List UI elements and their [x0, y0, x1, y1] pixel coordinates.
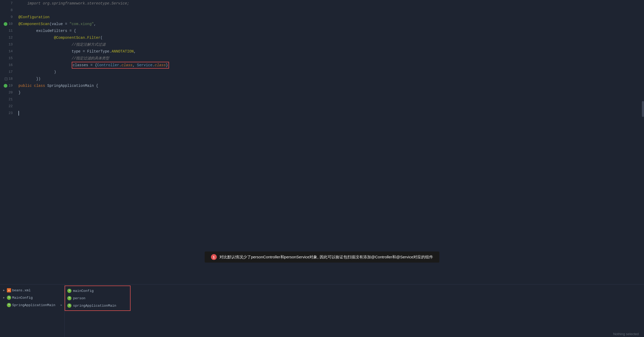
code-line-22	[18, 103, 644, 110]
value-string: "com.xiong"	[69, 21, 94, 27]
line-num-12: 12	[0, 34, 13, 41]
status-text: Nothing selected	[613, 332, 639, 336]
at-componentscan: @ComponentScan	[18, 21, 50, 27]
fold-indicator-18[interactable]: −	[5, 78, 7, 80]
code-line-10: @ComponentScan(value = "com.xiong",	[18, 21, 644, 27]
line-num-7: 7	[0, 0, 13, 7]
code-line-20: }	[18, 89, 644, 96]
line-num-18: − 18	[0, 75, 13, 82]
bean-indicator-10	[4, 22, 7, 26]
tree-arrow-main-config[interactable]: ▶	[2, 296, 6, 300]
bean-indicator-19	[4, 84, 7, 88]
comment-1: //指定注解方式过滤	[18, 41, 105, 48]
code-line-13: //指定注解方式过滤	[18, 41, 644, 48]
line-num-22: 22	[0, 103, 13, 110]
popup-main-config-label: mainConfig	[73, 289, 94, 293]
annotation-const: ANNOTATION	[112, 48, 134, 55]
exclude-filters: excludeFilters	[36, 27, 67, 34]
tree-item-main-config[interactable]: ▶ 🍃 MainConfig	[0, 294, 64, 301]
popup-item-person[interactable]: 🍃 person	[65, 295, 130, 302]
code-line-7: import org.springframework.stereotype.Se…	[18, 0, 644, 7]
tree-expand-arrow[interactable]: ▶	[61, 303, 62, 307]
notification-number: 1	[211, 254, 217, 260]
classname-spring: SpringApplicationMain	[47, 82, 96, 89]
code-line-14: type = FilterType.ANNOTATION,	[18, 48, 644, 55]
main-config-label: MainConfig	[12, 296, 33, 300]
tree-item-spring-main[interactable]: ▶ 🍃 SpringApplicationMain ▶	[0, 301, 64, 309]
spring-icon-popup-main: 🍃	[67, 289, 71, 293]
text-cursor	[18, 111, 19, 116]
filtertype-ref: FilterType	[87, 48, 109, 55]
line-num-10: 10	[0, 21, 13, 27]
code-line-11: excludeFilters = {	[18, 27, 644, 34]
tree-item-beans-xml[interactable]: ▶ X beans.xml	[0, 287, 64, 294]
type-keyword: type	[72, 48, 81, 55]
line-num-13: 13	[0, 41, 13, 48]
code-line-19: public class SpringApplicationMain {	[18, 82, 644, 89]
popup-item-spring-main-bean[interactable]: 🍃 springApplicationMain	[65, 302, 130, 309]
popup-panel: 🍃 mainConfig 🍃 person 🍃 springApplicatio…	[65, 286, 131, 311]
spring-icon-main-config: 🍃	[7, 296, 11, 300]
line-num-16: 16	[0, 62, 13, 69]
spring-icon-spring-main: 🍃	[7, 303, 11, 307]
code-line-15: //指定过滤的具体类型	[18, 55, 644, 62]
line-num-14: 14	[0, 48, 13, 55]
code-line-21	[18, 96, 644, 103]
line-num-21: 21	[0, 96, 13, 103]
classes-highlighted: classes = {Controller.class, Service.cla…	[72, 62, 169, 69]
code-line-9: @Configuration	[18, 14, 644, 21]
comment-2: //指定过滤的具体类型	[18, 55, 109, 62]
notification-bubble: 1 对比默认情况少了personController和personService…	[205, 251, 440, 263]
popup-item-main-config[interactable]: 🍃 mainConfig	[65, 287, 130, 295]
notification-bar: 1 对比默认情况少了personController和personService…	[0, 248, 644, 266]
beans-xml-label: beans.xml	[12, 288, 31, 292]
code-line-23	[18, 110, 644, 117]
spring-icon-popup-person: 🍃	[67, 296, 71, 300]
line-num-20: 20	[0, 89, 13, 96]
spring-main-label: SpringApplicationMain	[12, 303, 55, 307]
code-line-18: })	[18, 75, 644, 82]
xml-icon: X	[7, 288, 11, 292]
spring-icon-popup-spring-main: 🍃	[67, 303, 71, 308]
line-num-9: 9	[0, 14, 13, 21]
line-num-11: 11	[0, 27, 13, 34]
public-kw: public	[18, 82, 34, 89]
status-bar: Nothing selected	[608, 331, 644, 337]
popup-person-label: person	[73, 296, 85, 300]
line-num-15: 15	[0, 55, 13, 62]
class-kw: class	[34, 82, 47, 89]
notification-text: 对比默认情况少了personController和personService对象…	[219, 255, 433, 260]
line-num-19: 19	[0, 82, 13, 89]
import-text-7: import org.springframework.stereotype.Se…	[18, 0, 129, 7]
code-line-17: )	[18, 69, 644, 75]
line-num-23: 23	[0, 110, 13, 117]
tree-arrow-beans-xml[interactable]: ▶	[2, 288, 6, 292]
popup-spring-main-label: springApplicationMain	[73, 304, 116, 308]
line-num-8: 8	[0, 7, 13, 14]
line-num-17: 17	[0, 69, 13, 75]
at-filter: @ComponentScan.Filter	[54, 34, 100, 41]
code-line-12: @ComponentScan.Filter(	[18, 34, 644, 41]
bottom-panel: ▶ X beans.xml ▶ 🍃 MainConfig ▶ 🍃 SpringA…	[0, 284, 644, 337]
code-line-8	[18, 7, 644, 14]
tree-panel: ▶ X beans.xml ▶ 🍃 MainConfig ▶ 🍃 SpringA…	[0, 284, 65, 337]
at-config: @Configuration	[18, 14, 50, 21]
code-line-16: classes = {Controller.class, Service.cla…	[18, 62, 644, 69]
scrollbar-thumb[interactable]	[642, 101, 644, 117]
